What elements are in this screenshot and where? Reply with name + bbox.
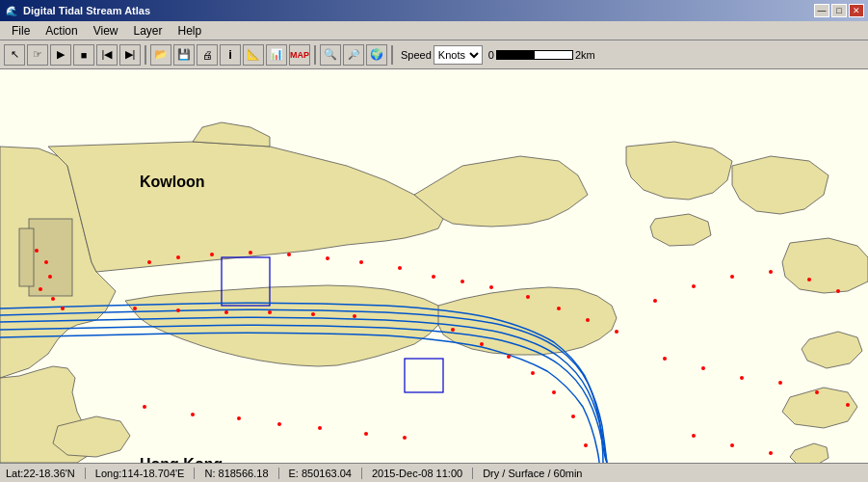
svg-rect-1 bbox=[29, 219, 72, 296]
svg-point-55 bbox=[191, 413, 195, 416]
measure-button[interactable]: 📐 bbox=[243, 44, 264, 66]
statusbar: Lat:22-18.36'N Long:114-18.704'E N: 8185… bbox=[0, 463, 868, 482]
separator-3 bbox=[391, 45, 393, 65]
svg-point-14 bbox=[460, 280, 464, 283]
svg-point-60 bbox=[403, 436, 407, 440]
svg-point-28 bbox=[224, 310, 228, 314]
svg-point-25 bbox=[61, 307, 65, 310]
status-lat: Lat:22-18.36'N bbox=[6, 468, 86, 479]
svg-point-13 bbox=[432, 275, 435, 279]
svg-rect-2 bbox=[19, 228, 34, 286]
svg-point-38 bbox=[584, 443, 588, 447]
svg-point-32 bbox=[451, 328, 455, 332]
svg-point-21 bbox=[44, 260, 48, 264]
svg-point-47 bbox=[740, 376, 744, 380]
svg-point-53 bbox=[769, 451, 773, 455]
menu-file[interactable]: File bbox=[4, 22, 38, 40]
svg-point-18 bbox=[586, 318, 590, 322]
svg-point-52 bbox=[730, 443, 734, 447]
svg-point-58 bbox=[318, 426, 322, 430]
svg-point-29 bbox=[268, 310, 272, 314]
svg-point-57 bbox=[277, 422, 281, 426]
svg-point-44 bbox=[836, 289, 840, 293]
separator-2 bbox=[314, 45, 316, 65]
svg-point-39 bbox=[653, 299, 657, 303]
forward-button[interactable]: ▶| bbox=[119, 44, 141, 66]
svg-point-50 bbox=[846, 403, 850, 407]
menubar: File Action View Layer Help bbox=[0, 21, 868, 40]
window-controls[interactable]: — □ ✕ bbox=[814, 4, 864, 17]
svg-point-33 bbox=[480, 342, 484, 346]
back-button[interactable]: |◀ bbox=[96, 44, 118, 66]
svg-point-16 bbox=[526, 295, 530, 299]
status-datetime: 2015-Dec-08 11:00 bbox=[372, 468, 473, 479]
titlebar: 🌊 Digital Tidal Stream Atlas — □ ✕ bbox=[0, 0, 868, 21]
hongkong-label: Hong Kong bbox=[140, 456, 223, 463]
titlebar-left: 🌊 Digital Tidal Stream Atlas bbox=[4, 3, 150, 18]
speed-label: Speed bbox=[401, 49, 432, 61]
svg-point-7 bbox=[210, 253, 214, 256]
save-button[interactable]: 💾 bbox=[173, 44, 195, 66]
graph-button[interactable]: 📊 bbox=[266, 44, 287, 66]
play-button[interactable]: ▶ bbox=[50, 44, 71, 66]
globe-button[interactable]: 🌍 bbox=[366, 44, 387, 66]
status-mode: Dry / Surface / 60min bbox=[483, 468, 592, 479]
kowloon-label: Kowloon bbox=[140, 174, 205, 190]
menu-help[interactable]: Help bbox=[171, 22, 210, 40]
map-container[interactable]: Kowloon Hong Kong 1 Knot ↑ bbox=[0, 69, 868, 463]
menu-action[interactable]: Action bbox=[38, 22, 85, 40]
svg-point-42 bbox=[769, 270, 773, 274]
svg-point-59 bbox=[364, 432, 368, 436]
svg-point-9 bbox=[287, 253, 291, 256]
info-button[interactable]: i bbox=[220, 44, 241, 66]
close-button[interactable]: ✕ bbox=[849, 4, 864, 17]
map-button[interactable]: MAP bbox=[289, 44, 310, 66]
svg-point-48 bbox=[778, 381, 782, 385]
app-icon: 🌊 bbox=[4, 3, 19, 18]
print-button[interactable]: 🖨 bbox=[197, 44, 218, 66]
menu-view[interactable]: View bbox=[86, 22, 126, 40]
svg-point-26 bbox=[133, 307, 137, 310]
svg-point-41 bbox=[730, 275, 734, 279]
toolbar: ↖ ☞ ▶ ■ |◀ ▶| 📂 💾 🖨 i 📐 📊 MAP 🔍 🔎 🌍 Spee… bbox=[0, 40, 868, 69]
separator-1 bbox=[145, 45, 146, 65]
map-svg: Kowloon Hong Kong 1 Knot ↑ bbox=[0, 69, 868, 463]
svg-point-15 bbox=[489, 285, 493, 289]
speed-select[interactable]: Knots m/s km/h bbox=[434, 45, 483, 65]
svg-point-27 bbox=[176, 308, 180, 312]
svg-point-17 bbox=[557, 307, 561, 310]
menu-layer[interactable]: Layer bbox=[126, 22, 171, 40]
pointer-tool-button[interactable]: ↖ bbox=[4, 44, 25, 66]
status-e: E: 850163.04 bbox=[289, 468, 362, 479]
status-lon: Long:114-18.704'E bbox=[95, 468, 196, 479]
svg-point-8 bbox=[249, 251, 252, 254]
stop-button[interactable]: ■ bbox=[73, 44, 94, 66]
open-button[interactable]: 📂 bbox=[150, 44, 171, 66]
svg-point-36 bbox=[552, 390, 556, 394]
pan-tool-button[interactable]: ☞ bbox=[27, 44, 48, 66]
svg-point-22 bbox=[48, 275, 52, 279]
minimize-button[interactable]: — bbox=[814, 4, 829, 17]
svg-point-56 bbox=[237, 416, 241, 420]
svg-point-35 bbox=[531, 371, 535, 375]
scale-area: 0 2km bbox=[488, 49, 595, 61]
svg-point-40 bbox=[692, 284, 696, 288]
app-title: Digital Tidal Stream Atlas bbox=[23, 5, 150, 16]
svg-point-46 bbox=[701, 366, 705, 370]
svg-point-49 bbox=[815, 390, 819, 394]
scale-bar bbox=[496, 50, 573, 60]
maximize-button[interactable]: □ bbox=[831, 4, 847, 17]
svg-point-37 bbox=[571, 415, 575, 418]
scale-label: 2km bbox=[575, 49, 595, 61]
svg-point-23 bbox=[39, 287, 42, 291]
svg-point-45 bbox=[663, 357, 667, 361]
svg-point-43 bbox=[807, 278, 811, 281]
zoom-in-button[interactable]: 🔍 bbox=[320, 44, 341, 66]
svg-point-5 bbox=[147, 260, 151, 264]
status-n: N: 818566.18 bbox=[204, 468, 278, 479]
svg-point-19 bbox=[615, 330, 618, 334]
scale-zero: 0 bbox=[488, 49, 494, 61]
svg-point-34 bbox=[507, 355, 511, 359]
svg-point-51 bbox=[692, 434, 696, 438]
zoom-out-button[interactable]: 🔎 bbox=[343, 44, 364, 66]
